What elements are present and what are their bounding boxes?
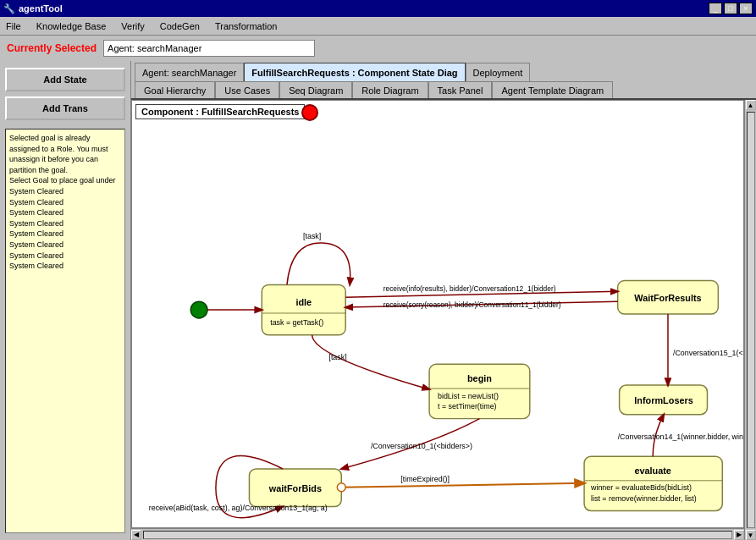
state-begin-label: begin bbox=[467, 373, 492, 383]
close-button[interactable]: × bbox=[739, 3, 753, 14]
selected-label: Currently Selected bbox=[7, 42, 97, 54]
log-line-12: System Cleared bbox=[9, 261, 121, 272]
trans-label-t5: [task] bbox=[328, 353, 346, 361]
main-container: Currently Selected Add State Add Trans S… bbox=[0, 36, 756, 540]
minimize-button[interactable]: _ bbox=[709, 3, 722, 14]
menu-transformation[interactable]: Transformation bbox=[212, 20, 280, 32]
tab-agent-searchmanager[interactable]: Agent: searchManager bbox=[135, 63, 244, 81]
scroll-left-button[interactable]: ◀ bbox=[131, 530, 141, 540]
scroll-down-button[interactable]: ▼ bbox=[746, 530, 756, 540]
state-diagram-svg: idle task = getTask() [task] begin bidLi… bbox=[132, 101, 743, 527]
tab-goal-hierarchy[interactable]: Goal Hierarchy bbox=[135, 81, 215, 98]
trans-label-t9: /Conversation14_1(winner.bidder, winner.… bbox=[618, 433, 743, 441]
state-begin-action2: t = setTimer(time) bbox=[438, 402, 497, 411]
title-text: agentTool bbox=[19, 3, 63, 14]
menu-bar: File Knowledge Base Verify CodeGen Trans… bbox=[0, 17, 756, 36]
selected-input[interactable] bbox=[103, 40, 315, 57]
scrollbar-track-h[interactable] bbox=[143, 531, 732, 539]
tab-deployment[interactable]: Deployment bbox=[466, 63, 531, 81]
menu-verify[interactable]: Verify bbox=[119, 20, 147, 32]
state-begin-action1: bidList = newList() bbox=[438, 392, 499, 400]
state-idle-action: task = getTask() bbox=[270, 318, 323, 327]
menu-codegen[interactable]: CodeGen bbox=[157, 20, 202, 32]
vertical-scrollbar[interactable]: ▲ ▼ bbox=[744, 100, 756, 540]
trans-idle-begin bbox=[312, 335, 429, 389]
tab-role-diagram[interactable]: Role Diagram bbox=[352, 81, 428, 98]
title-bar: 🔧 agentTool _ □ × bbox=[0, 0, 756, 17]
log-line-2: unassign it before you can bbox=[9, 154, 121, 165]
tab-agent-template[interactable]: Agent Template Diagram bbox=[492, 81, 613, 98]
trans-label-t6: /Conversation10_1(<bidders>) bbox=[371, 442, 472, 450]
log-line-0: Selected goal is already bbox=[9, 133, 121, 144]
log-line-3: partition the goal. bbox=[9, 165, 121, 176]
trans-label-t2: receive(sorry(reason), bidder)/Conversat… bbox=[384, 300, 561, 309]
left-sidebar: Add State Add Trans Selected goal is alr… bbox=[0, 61, 131, 540]
selected-bar: Currently Selected bbox=[0, 36, 756, 61]
log-line-4: Select Goal to place goal under bbox=[9, 175, 121, 186]
content-area: Add State Add Trans Selected goal is alr… bbox=[0, 61, 756, 540]
agent-tabs: Agent: searchManager FulfillSearchReques… bbox=[131, 61, 756, 81]
menu-file[interactable]: File bbox=[3, 20, 24, 32]
state-waitforbids-label: waitForBids bbox=[268, 483, 322, 493]
initial-state bbox=[190, 301, 207, 318]
sub-tabs: Goal Hierarchy Use Cases Seq Diagram Rol… bbox=[131, 81, 756, 100]
right-panel: Agent: searchManager FulfillSearchReques… bbox=[131, 61, 756, 540]
tab-seq-diagram[interactable]: Seq Diagram bbox=[279, 81, 352, 98]
diagram-with-scroll: Component : FulfillSearchRequests idle t… bbox=[131, 100, 756, 540]
trans-label-t3: /Conversation15_1(<list>) bbox=[673, 349, 743, 357]
idle-self-loop-label: [task] bbox=[303, 232, 321, 240]
state-evaluate-action1: winner = evaluateBids(bidList) bbox=[590, 483, 692, 492]
add-state-button[interactable]: Add State bbox=[5, 68, 125, 91]
log-line-11: System Cleared bbox=[9, 251, 121, 262]
diagram-outer: Component : FulfillSearchRequests idle t… bbox=[131, 100, 744, 540]
state-evaluate-label: evaluate bbox=[634, 466, 670, 476]
log-line-1: assigned to a Role. You must bbox=[9, 144, 121, 155]
tab-use-cases[interactable]: Use Cases bbox=[215, 81, 279, 98]
trans-label-t7: receive(aBid(task, cost), ag)/Conversati… bbox=[149, 504, 328, 512]
scroll-up-button[interactable]: ▲ bbox=[746, 100, 756, 110]
idle-self-loop bbox=[287, 243, 350, 284]
state-idle-label: idle bbox=[295, 297, 312, 307]
scroll-right-button[interactable]: ▶ bbox=[734, 530, 744, 540]
state-idle-box[interactable] bbox=[262, 284, 345, 334]
state-waitforresults-label: WaitForResults bbox=[634, 293, 701, 303]
horizontal-scrollbar[interactable]: ◀ ▶ bbox=[131, 528, 744, 540]
log-line-7: System Cleared bbox=[9, 207, 121, 218]
trans-label-t1: receive(info(results), bidder)/Conversat… bbox=[384, 284, 556, 293]
diagram-area[interactable]: Component : FulfillSearchRequests idle t… bbox=[131, 100, 744, 528]
trans-label-t8: [timeExpired()] bbox=[400, 475, 450, 483]
trans-waitforbids-evaluate bbox=[341, 483, 584, 488]
log-line-8: System Cleared bbox=[9, 218, 121, 229]
log-panel: Selected goal is already assigned to a R… bbox=[5, 129, 125, 533]
log-line-9: System Cleared bbox=[9, 229, 121, 240]
log-line-6: System Cleared bbox=[9, 197, 121, 208]
state-evaluate-action2: list = remove(winner.bidder, list) bbox=[591, 494, 697, 503]
trans-waitforbids-evaluate-circle bbox=[337, 483, 345, 492]
app-icon: 🔧 bbox=[3, 3, 15, 14]
state-informlosers-label: InformLosers bbox=[634, 395, 693, 405]
log-line-5: System Cleared bbox=[9, 186, 121, 197]
tab-fulfill-search[interactable]: FulfillSearchRequests : Component State … bbox=[244, 63, 465, 81]
add-trans-button[interactable]: Add Trans bbox=[5, 96, 125, 120]
log-line-10: System Cleared bbox=[9, 240, 121, 251]
menu-knowledge-base[interactable]: Knowledge Base bbox=[34, 20, 109, 32]
maximize-button[interactable]: □ bbox=[724, 3, 737, 14]
scrollbar-track-v[interactable] bbox=[747, 112, 755, 528]
tab-task-panel[interactable]: Task Panel bbox=[428, 81, 493, 98]
